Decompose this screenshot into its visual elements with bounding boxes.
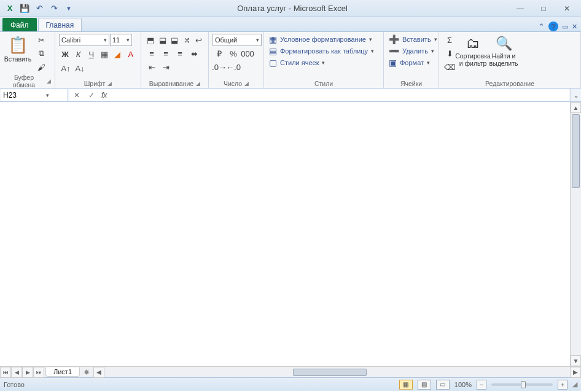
currency-icon[interactable]: ₽ — [213, 47, 226, 60]
table-icon: ▤ — [269, 46, 277, 56]
close-button[interactable]: ✕ — [556, 2, 577, 15]
increase-decimal-icon[interactable]: .0→ — [213, 61, 226, 73]
tab-file[interactable]: Файл — [2, 18, 37, 31]
maximize-button[interactable]: □ — [533, 2, 554, 15]
status-ready: Готово — [4, 381, 25, 388]
sheet-nav-next-icon[interactable]: ▶ — [22, 367, 33, 378]
delete-cells-button[interactable]: ➖Удалить▾ — [388, 45, 435, 57]
cut-icon[interactable]: ✂ — [34, 34, 48, 46]
horizontal-scrollbar[interactable] — [115, 368, 559, 377]
format-as-table-button[interactable]: ▤Форматировать как таблицу▾ — [268, 45, 380, 57]
font-launcher-icon[interactable]: ◢ — [107, 80, 112, 87]
underline-button[interactable]: Ч — [85, 48, 98, 60]
zoom-in-icon[interactable]: + — [558, 380, 567, 390]
view-pagebreak-icon[interactable]: ▭ — [436, 380, 450, 390]
align-right-icon[interactable]: ≡ — [173, 47, 187, 60]
scroll-left-icon[interactable]: ◀ — [93, 367, 104, 378]
tab-Главная[interactable]: Главная — [38, 18, 82, 31]
align-launcher-icon[interactable]: ◢ — [196, 80, 200, 87]
qat-dropdown-icon[interactable]: ▼ — [63, 2, 75, 15]
merge-icon[interactable]: ⬌ — [187, 47, 201, 60]
sheet-tab-bar: ⏮ ◀ ▶ ⏭ Лист1 ✸ ◀ ▶ — [0, 366, 581, 377]
zoom-slider-thumb[interactable] — [521, 381, 526, 388]
orientation-icon[interactable]: ⤭ — [181, 34, 193, 46]
clipboard-launcher-icon[interactable]: ◢ — [47, 78, 51, 84]
font-color-button[interactable]: A — [125, 48, 137, 60]
save-icon[interactable]: 💾 — [18, 2, 31, 15]
name-box-input[interactable] — [3, 91, 46, 100]
align-bottom-icon[interactable]: ⬓ — [169, 34, 181, 46]
sheet-nav-prev-icon[interactable]: ◀ — [11, 367, 22, 378]
zoom-slider[interactable] — [491, 383, 553, 386]
vscroll-thumb[interactable] — [572, 114, 580, 188]
find-select-button[interactable]: 🔍 Найти и выделить — [489, 34, 518, 79]
name-box-dropdown-icon[interactable]: ▾ — [46, 92, 49, 98]
align-top-icon[interactable]: ⬒ — [145, 34, 157, 46]
fill-icon[interactable]: ⬇ — [443, 47, 456, 60]
font-size-select[interactable]: 11▾ — [110, 34, 132, 46]
excel-icon[interactable]: X — [4, 2, 16, 15]
cell-styles-button[interactable]: ▢Стили ячеек▾ — [268, 57, 380, 68]
sheet-nav-last-icon[interactable]: ⏭ — [33, 367, 44, 378]
decrease-decimal-icon[interactable]: ←.0 — [227, 61, 240, 73]
sort-filter-button[interactable]: 🗂 Сортировка и фильтр — [459, 34, 487, 79]
sheet-nav-first-icon[interactable]: ⏮ — [0, 367, 11, 378]
window-title: Оплата услуг - Microsoft Excel — [75, 4, 510, 13]
zoom-level[interactable]: 100% — [454, 381, 472, 388]
format-painter-icon[interactable]: 🖌 — [34, 61, 48, 73]
resize-grip-icon[interactable]: ◢ — [572, 380, 577, 388]
copy-icon[interactable]: ⧉ — [34, 47, 48, 60]
sort-icon: 🗂 — [466, 36, 480, 52]
number-launcher-icon[interactable]: ◢ — [244, 80, 249, 87]
view-layout-icon[interactable]: ▤ — [418, 380, 431, 390]
scroll-down-icon[interactable]: ▼ — [571, 355, 581, 366]
shrink-font-icon[interactable]: A↓ — [73, 62, 87, 74]
new-sheet-icon[interactable]: ✸ — [80, 368, 93, 377]
indent-increase-icon[interactable]: ⇥ — [159, 61, 173, 73]
zoom-out-icon[interactable]: − — [477, 380, 486, 390]
group-cells: ➕Вставить▾ ➖Удалить▾ ▣Формат▾ Ячейки — [384, 32, 439, 88]
clear-icon[interactable]: ⌫ — [443, 61, 456, 73]
expand-formula-bar-icon[interactable]: ⌄ — [570, 88, 581, 101]
enter-formula-icon[interactable]: ✓ — [84, 91, 99, 100]
italic-button[interactable]: К — [72, 48, 84, 60]
insert-cells-button[interactable]: ➕Вставить▾ — [388, 34, 435, 45]
paste-button[interactable]: 📋 Вставить — [4, 34, 32, 73]
wrap-text-icon[interactable]: ↩ — [193, 34, 205, 46]
hscroll-thumb[interactable] — [293, 369, 367, 376]
font-name-select[interactable]: Calibri▾ — [59, 34, 109, 46]
format-cells-button[interactable]: ▣Формат▾ — [388, 57, 435, 68]
sheet-tab[interactable]: Лист1 — [45, 367, 80, 377]
number-format-select[interactable]: Общий▾ — [213, 34, 262, 46]
view-normal-icon[interactable]: ▦ — [399, 380, 413, 390]
comma-icon[interactable]: 000 — [241, 47, 254, 60]
undo-icon[interactable]: ↶ — [33, 2, 45, 15]
minimize-ribbon-icon[interactable]: ⌃ — [538, 22, 545, 31]
scroll-up-icon[interactable]: ▲ — [571, 102, 581, 113]
autosum-icon[interactable]: Σ — [443, 34, 456, 46]
window-restore-icon[interactable]: ▭ — [562, 23, 568, 31]
grow-font-icon[interactable]: A↑ — [59, 62, 72, 74]
cancel-formula-icon[interactable]: ✕ — [69, 91, 84, 100]
align-center-icon[interactable]: ≡ — [159, 47, 173, 60]
formula-input[interactable] — [109, 91, 569, 100]
name-box[interactable]: ▾ — [1, 89, 68, 101]
scroll-right-icon[interactable]: ▶ — [570, 367, 581, 378]
fill-color-button[interactable]: ◢ — [111, 48, 123, 60]
format-icon: ▣ — [389, 58, 397, 68]
indent-decrease-icon[interactable]: ⇤ — [145, 61, 158, 73]
bold-button[interactable]: Ж — [59, 48, 71, 60]
minimize-button[interactable]: — — [510, 2, 531, 15]
worksheet-grid[interactable]: ▲ ▼ — [0, 102, 581, 366]
window-close-inner-icon[interactable]: ✕ — [572, 23, 577, 31]
align-left-icon[interactable]: ≡ — [145, 47, 158, 60]
border-button[interactable]: ▦ — [98, 48, 111, 60]
cond-format-icon: ▦ — [269, 34, 277, 44]
redo-icon[interactable]: ↷ — [48, 2, 60, 15]
fx-icon[interactable]: fx — [99, 91, 109, 100]
align-middle-icon[interactable]: ⬓ — [157, 34, 169, 46]
conditional-formatting-button[interactable]: ▦Условное форматирование▾ — [268, 34, 380, 45]
percent-icon[interactable]: % — [227, 47, 240, 60]
help-icon[interactable]: ? — [548, 22, 558, 31]
vertical-scrollbar[interactable]: ▲ ▼ — [570, 102, 581, 366]
